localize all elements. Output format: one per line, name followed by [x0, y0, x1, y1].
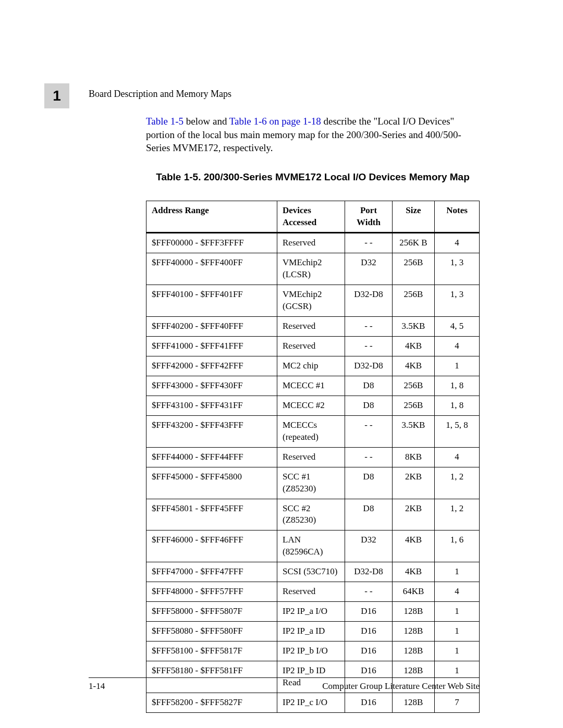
cell-port: - - — [345, 415, 393, 447]
cell-addr: $FFF58080 - $FFF580FF — [146, 622, 277, 641]
cell-port: D16 — [345, 641, 393, 661]
table-caption: Table 1-5. 200/300-Series MVME172 Local … — [146, 170, 480, 184]
cell-size: 3.5KB — [393, 317, 435, 337]
cell-notes: 1 — [435, 562, 480, 582]
cell-addr: $FFF43200 - $FFF43FFF — [146, 415, 277, 447]
cell-notes: 1, 6 — [435, 530, 480, 562]
cell-port: - - — [345, 582, 393, 602]
cell-port: - - — [345, 337, 393, 356]
cell-addr: $FFF00000 - $FFF3FFFF — [146, 233, 277, 253]
table-row: $FFF41000 - $FFF41FFFReserved- -4KB4 — [146, 337, 480, 356]
table-row: $FFF48000 - $FFF57FFFReserved- -64KB4 — [146, 582, 480, 602]
cell-notes: 1, 8 — [435, 396, 480, 415]
page-footer: 1-14 Computer Group Literature Center We… — [89, 677, 480, 692]
cell-notes: 1, 3 — [435, 285, 480, 317]
cell-notes: 4 — [435, 337, 480, 356]
cell-size: 2KB — [393, 467, 435, 499]
cell-dev: MCECCs (repeated) — [277, 415, 345, 447]
cell-addr: $FFF42000 - $FFF42FFF — [146, 356, 277, 376]
cell-notes: 1, 3 — [435, 253, 480, 285]
table-row: $FFF47000 - $FFF47FFFSCSI (53C710)D32-D8… — [146, 562, 480, 582]
cell-dev: SCC #2 (Z85230) — [277, 499, 345, 530]
cell-notes: 4 — [435, 233, 480, 253]
cell-notes: 1, 2 — [435, 467, 480, 499]
cell-size: 4KB — [393, 356, 435, 376]
cell-addr: $FFF40100 - $FFF401FF — [146, 285, 277, 317]
cell-notes: 4 — [435, 582, 480, 602]
cell-dev: SCSI (53C710) — [277, 562, 345, 582]
cell-port: D8 — [345, 467, 393, 499]
table-row: $FFF40000 - $FFF400FFVMEchip2 (LCSR)D322… — [146, 253, 480, 285]
table-row: $FFF58080 - $FFF580FFIP2 IP_a IDD16128B1 — [146, 622, 480, 641]
cell-port: D16 — [345, 693, 393, 712]
table-row: $FFF58200 - $FFF5827FIP2 IP_c I/OD16128B… — [146, 693, 480, 712]
cell-addr: $FFF40000 - $FFF400FF — [146, 253, 277, 285]
cell-notes: 4 — [435, 447, 480, 467]
table-row: $FFF45000 - $FFF45800SCC #1 (Z85230)D82K… — [146, 467, 480, 499]
cell-notes: 1 — [435, 602, 480, 622]
cell-dev: VMEchip2 (LCSR) — [277, 253, 345, 285]
cell-port: D8 — [345, 376, 393, 396]
cell-size: 256B — [393, 396, 435, 415]
table-row: $FFF40200 - $FFF40FFFReserved- -3.5KB4, … — [146, 317, 480, 337]
cell-dev: MC2 chip — [277, 356, 345, 376]
cell-size: 128B — [393, 641, 435, 661]
page: 1 Board Description and Memory Maps Tabl… — [0, 0, 563, 728]
cell-size: 3.5KB — [393, 415, 435, 447]
cell-notes: 1, 2 — [435, 499, 480, 530]
link-table-1-5[interactable]: Table 1-5 — [146, 116, 183, 127]
cell-dev: Reserved — [277, 337, 345, 356]
footer-text: Computer Group Literature Center Web Sit… — [322, 681, 480, 692]
cell-addr: $FFF58000 - $FFF5807F — [146, 602, 277, 622]
cell-port: D32-D8 — [345, 356, 393, 376]
cell-addr: $FFF45801 - $FFF45FFF — [146, 499, 277, 530]
chapter-number: 1 — [53, 88, 61, 104]
cell-size: 256B — [393, 253, 435, 285]
col-header-address: Address Range — [146, 201, 277, 233]
col-header-size: Size — [393, 201, 435, 233]
cell-size: 256K B — [393, 233, 435, 253]
page-number: 1-14 — [89, 681, 105, 692]
cell-size: 4KB — [393, 337, 435, 356]
table-header-row: Address Range Devices Accessed Port Widt… — [146, 201, 480, 233]
cell-addr: $FFF41000 - $FFF41FFF — [146, 337, 277, 356]
table-row: $FFF43100 - $FFF431FFMCECC #2D8256B1, 8 — [146, 396, 480, 415]
table-row: $FFF40100 - $FFF401FFVMEchip2 (GCSR)D32-… — [146, 285, 480, 317]
cell-addr: $FFF45000 - $FFF45800 — [146, 467, 277, 499]
cell-port: - - — [345, 447, 393, 467]
cell-port: D32 — [345, 253, 393, 285]
link-table-1-6[interactable]: Table 1-6 on page 1-18 — [229, 116, 321, 127]
cell-port: D32-D8 — [345, 562, 393, 582]
cell-notes: 7 — [435, 693, 480, 712]
table-row: $FFF00000 - $FFF3FFFFReserved- -256K B4 — [146, 233, 480, 253]
cell-dev: MCECC #1 — [277, 376, 345, 396]
cell-addr: $FFF58100 - $FFF5817F — [146, 641, 277, 661]
cell-size: 128B — [393, 602, 435, 622]
table-row: $FFF43000 - $FFF430FFMCECC #1D8256B1, 8 — [146, 376, 480, 396]
cell-size: 64KB — [393, 582, 435, 602]
cell-port: D8 — [345, 396, 393, 415]
table-row: $FFF42000 - $FFF42FFFMC2 chipD32-D84KB1 — [146, 356, 480, 376]
cell-addr: $FFF47000 - $FFF47FFF — [146, 562, 277, 582]
cell-notes: 1 — [435, 641, 480, 661]
cell-dev: Reserved — [277, 233, 345, 253]
cell-dev: MCECC #2 — [277, 396, 345, 415]
cell-dev: IP2 IP_c I/O — [277, 693, 345, 712]
table-row: $FFF46000 - $FFF46FFFLAN (82596CA)D324KB… — [146, 530, 480, 562]
cell-size: 8KB — [393, 447, 435, 467]
cell-size: 256B — [393, 285, 435, 317]
chapter-badge: 1 — [44, 83, 69, 108]
cell-size: 2KB — [393, 499, 435, 530]
cell-addr: $FFF46000 - $FFF46FFF — [146, 530, 277, 562]
cell-port: D32 — [345, 530, 393, 562]
cell-dev: Reserved — [277, 447, 345, 467]
cell-port: D32-D8 — [345, 285, 393, 317]
cell-size: 128B — [393, 693, 435, 712]
cell-dev: IP2 IP_a I/O — [277, 602, 345, 622]
cell-notes: 1, 8 — [435, 376, 480, 396]
table-row: $FFF45801 - $FFF45FFFSCC #2 (Z85230)D82K… — [146, 499, 480, 530]
cell-notes: 4, 5 — [435, 317, 480, 337]
table-row: $FFF44000 - $FFF44FFFReserved- -8KB4 — [146, 447, 480, 467]
cell-port: D16 — [345, 622, 393, 641]
cell-notes: 1 — [435, 356, 480, 376]
